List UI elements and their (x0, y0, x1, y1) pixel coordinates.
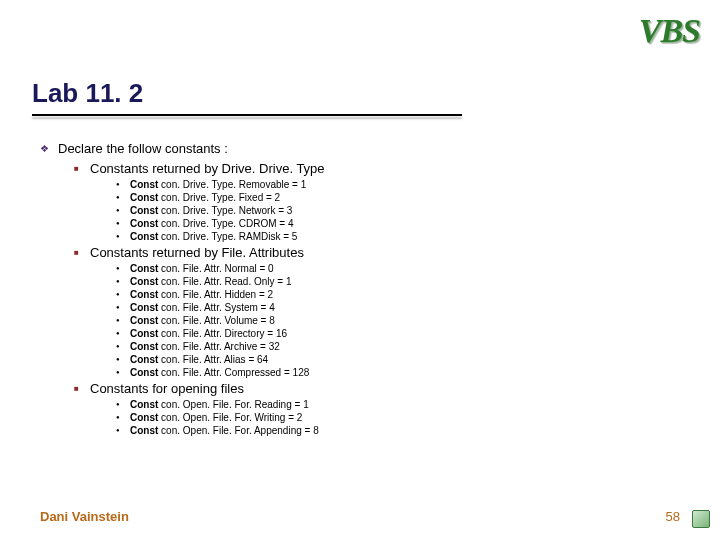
section-heading: ■ Constants returned by File. Attributes (74, 244, 680, 261)
const-line: Const con. Drive. Type. CDROM = 4 (130, 217, 293, 230)
const-line: Const con. File. Attr. Hidden = 2 (130, 288, 273, 301)
section-heading: ■ Constants returned by Drive. Drive. Ty… (74, 160, 680, 177)
square-bullet-icon: ■ (74, 160, 90, 177)
dot-bullet-icon: ● (116, 178, 130, 191)
const-line: Const con. Open. File. For. Writing = 2 (130, 411, 302, 424)
dot-bullet-icon: ● (116, 424, 130, 437)
const-line: Const con. File. Attr. Compressed = 128 (130, 366, 309, 379)
const-line: Const con. File. Attr. Archive = 32 (130, 340, 280, 353)
list-item: ●Const con. File. Attr. Volume = 8 (116, 314, 680, 327)
dot-bullet-icon: ● (116, 398, 130, 411)
const-line: Const con. File. Attr. Normal = 0 (130, 262, 274, 275)
slide-body: ❖ Declare the follow constants : ■ Const… (40, 140, 680, 437)
footer-author: Dani Vainstein (40, 509, 129, 524)
list-item: ●Const con. File. Attr. System = 4 (116, 301, 680, 314)
section-heading-text: Constants returned by Drive. Drive. Type (90, 160, 325, 177)
square-bullet-icon: ■ (74, 380, 90, 397)
section-heading-text: Constants for opening files (90, 380, 244, 397)
vbs-logo: VBS (639, 12, 700, 50)
dot-bullet-icon: ● (116, 191, 130, 204)
list-item: ●Const con. File. Attr. Normal = 0 (116, 262, 680, 275)
dot-bullet-icon: ● (116, 301, 130, 314)
dot-bullet-icon: ● (116, 204, 130, 217)
intro-line: ❖ Declare the follow constants : (40, 140, 680, 158)
square-bullet-icon: ■ (74, 244, 90, 261)
dot-bullet-icon: ● (116, 353, 130, 366)
intro-text: Declare the follow constants : (58, 140, 228, 158)
list-item: ●Const con. Open. File. For. Appending =… (116, 424, 680, 437)
corner-decoration-icon (692, 510, 710, 528)
diamond-bullet-icon: ❖ (40, 140, 58, 158)
const-line: Const con. File. Attr. Read. Only = 1 (130, 275, 291, 288)
section-heading: ■ Constants for opening files (74, 380, 680, 397)
list-item: ●Const con. Drive. Type. Network = 3 (116, 204, 680, 217)
list-item: ●Const con. Drive. Type. Removable = 1 (116, 178, 680, 191)
const-line: Const con. Open. File. For. Appending = … (130, 424, 319, 437)
list-item: ●Const con. Drive. Type. RAMDisk = 5 (116, 230, 680, 243)
const-line: Const con. File. Attr. System = 4 (130, 301, 275, 314)
const-line: Const con. Drive. Type. RAMDisk = 5 (130, 230, 297, 243)
title-underline (32, 114, 462, 116)
dot-bullet-icon: ● (116, 217, 130, 230)
list-item: ●Const con. File. Attr. Hidden = 2 (116, 288, 680, 301)
dot-bullet-icon: ● (116, 230, 130, 243)
const-line: Const con. File. Attr. Volume = 8 (130, 314, 275, 327)
section-heading-text: Constants returned by File. Attributes (90, 244, 304, 261)
list-item: ●Const con. Open. File. For. Writing = 2 (116, 411, 680, 424)
list-item: ●Const con. File. Attr. Directory = 16 (116, 327, 680, 340)
dot-bullet-icon: ● (116, 262, 130, 275)
dot-bullet-icon: ● (116, 314, 130, 327)
dot-bullet-icon: ● (116, 275, 130, 288)
const-line: Const con. File. Attr. Alias = 64 (130, 353, 268, 366)
slide-title: Lab 11. 2 (32, 78, 143, 109)
dot-bullet-icon: ● (116, 366, 130, 379)
const-line: Const con. Drive. Type. Network = 3 (130, 204, 292, 217)
list-item: ●Const con. Open. File. For. Reading = 1 (116, 398, 680, 411)
const-line: Const con. File. Attr. Directory = 16 (130, 327, 287, 340)
page-number: 58 (666, 509, 680, 524)
list-item: ●Const con. File. Attr. Read. Only = 1 (116, 275, 680, 288)
dot-bullet-icon: ● (116, 411, 130, 424)
list-item: ●Const con. File. Attr. Archive = 32 (116, 340, 680, 353)
list-item: ●Const con. Drive. Type. Fixed = 2 (116, 191, 680, 204)
const-line: Const con. Open. File. For. Reading = 1 (130, 398, 309, 411)
list-item: ●Const con. Drive. Type. CDROM = 4 (116, 217, 680, 230)
const-line: Const con. Drive. Type. Fixed = 2 (130, 191, 280, 204)
list-item: ●Const con. File. Attr. Compressed = 128 (116, 366, 680, 379)
list-item: ●Const con. File. Attr. Alias = 64 (116, 353, 680, 366)
dot-bullet-icon: ● (116, 327, 130, 340)
dot-bullet-icon: ● (116, 288, 130, 301)
dot-bullet-icon: ● (116, 340, 130, 353)
const-line: Const con. Drive. Type. Removable = 1 (130, 178, 306, 191)
